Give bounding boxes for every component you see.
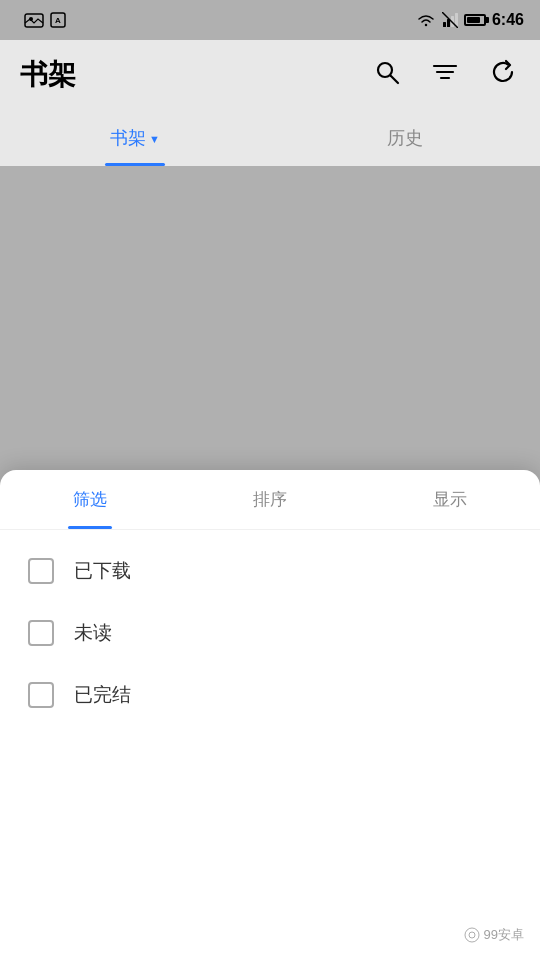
filter-item-completed[interactable]: 已完结 [0,664,540,726]
watermark-icon [464,927,480,943]
svg-rect-4 [443,22,446,27]
sheet-tab-display[interactable]: 显示 [360,470,540,529]
refresh-icon [490,59,516,85]
sheet-tab-filter-indicator [68,526,112,529]
svg-text:A: A [55,16,61,25]
sheet-tab-display-label: 显示 [433,488,467,511]
search-icon [374,59,400,85]
checkbox-downloaded[interactable] [28,558,54,584]
battery-icon [464,14,486,26]
main-tabs: 书架▼ 历史 [0,110,540,166]
watermark: 99安卓 [464,926,524,944]
photo-icon [24,12,44,28]
sheet-tabs: 筛选 排序 显示 [0,470,540,530]
status-bar-right-icons: 6:46 [416,11,524,29]
filter-button[interactable] [428,57,462,93]
tab-history-label: 历史 [387,126,423,150]
signal-icon [442,12,458,28]
filter-item-downloaded[interactable]: 已下载 [0,540,540,602]
tab-active-indicator [105,163,165,166]
status-bar-left-icons: A [24,12,66,28]
filter-list: 已下载 未读 已完结 [0,530,540,736]
header-actions [370,55,520,95]
tab-bookshelf[interactable]: 书架▼ [0,110,270,166]
header: 书架 [0,40,540,110]
sheet-tab-sort-label: 排序 [253,488,287,511]
status-time: 6:46 [492,11,524,29]
tab-dropdown-arrow: ▼ [149,133,160,145]
search-button[interactable] [370,55,404,95]
tab-bookshelf-label: 书架▼ [110,126,160,150]
sheet-tab-sort[interactable]: 排序 [180,470,360,529]
checkbox-unread[interactable] [28,620,54,646]
svg-point-15 [469,932,475,938]
filter-item-completed-label: 已完结 [74,682,131,708]
filter-item-unread-label: 未读 [74,620,112,646]
page-title: 书架 [20,56,370,94]
filter-item-unread[interactable]: 未读 [0,602,540,664]
bottom-sheet: 筛选 排序 显示 已下载 未读 已完结 99安卓 [0,470,540,960]
main-content-area [0,166,540,476]
svg-line-10 [391,76,399,84]
refresh-button[interactable] [486,55,520,95]
svg-point-14 [465,928,479,942]
sheet-tab-filter[interactable]: 筛选 [0,470,180,529]
status-bar: A 6:46 [0,0,540,40]
sheet-tab-filter-label: 筛选 [73,488,107,511]
filter-item-downloaded-label: 已下载 [74,558,131,584]
wifi-icon [416,12,436,28]
tab-history[interactable]: 历史 [270,110,540,166]
watermark-text: 99安卓 [484,926,524,944]
app-icon: A [50,12,66,28]
checkbox-completed[interactable] [28,682,54,708]
filter-icon [432,61,458,83]
